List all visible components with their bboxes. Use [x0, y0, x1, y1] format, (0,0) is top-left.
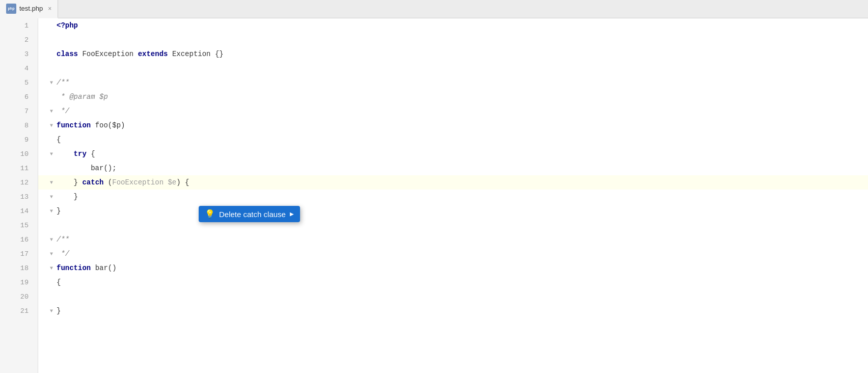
code-line: ▼ try {: [46, 147, 868, 161]
code-content: * @param $p: [57, 93, 108, 101]
line-number: 19: [0, 275, 33, 289]
code-line: ▼ */: [46, 104, 868, 118]
fold-indicator[interactable]: ▼: [46, 123, 57, 128]
fold-indicator[interactable]: ▼: [46, 109, 57, 114]
code-line: ▼/**: [46, 75, 868, 90]
fold-indicator[interactable]: ▼: [46, 180, 57, 185]
code-content: {: [57, 136, 61, 144]
code-content: function bar(): [57, 264, 117, 272]
code-line: ▼function foo($p): [46, 118, 868, 132]
line-number: 1: [0, 18, 33, 33]
code-line: ▼ */: [46, 247, 868, 261]
code-line: {: [46, 275, 868, 289]
code-line: [46, 289, 868, 304]
php-file-icon: php: [6, 4, 16, 14]
tab-bar: php test.php ×: [0, 0, 868, 18]
line-number: 5: [0, 75, 33, 90]
code-line: [46, 61, 868, 75]
line-number: 11: [0, 161, 33, 175]
line-number: 3: [0, 47, 33, 61]
line-number: 20: [0, 289, 33, 304]
context-menu-label: Delete catch clause: [219, 210, 286, 219]
code-content: {: [57, 278, 61, 286]
fold-indicator[interactable]: ▼: [46, 265, 57, 271]
fold-indicator[interactable]: ▼: [46, 208, 57, 214]
code-content: /**: [57, 78, 69, 87]
code-line: ▼function bar(): [46, 261, 868, 275]
code-line: ▼/**: [46, 232, 868, 247]
code-line: ▼}: [46, 204, 868, 218]
tab-filename: test.php: [19, 5, 43, 12]
line-number: 15: [0, 218, 33, 232]
code-content: }: [57, 193, 78, 201]
fold-indicator[interactable]: ▼: [46, 80, 57, 86]
line-number: 12: [0, 175, 33, 190]
code-content: bar();: [57, 164, 117, 172]
code-content: */: [57, 250, 69, 258]
fold-indicator[interactable]: ▼: [46, 194, 57, 200]
fold-indicator[interactable]: ▼: [46, 251, 57, 257]
fold-indicator[interactable]: ▼: [46, 308, 57, 314]
line-number: 4: [0, 61, 33, 75]
code-content: try {: [57, 150, 95, 158]
editor-body: 123456789101112131415161718192021 <?phpc…: [0, 18, 868, 373]
code-line: {: [46, 132, 868, 147]
bulb-icon: 💡: [205, 209, 215, 219]
line-numbers: 123456789101112131415161718192021: [0, 18, 38, 373]
line-number: 10: [0, 147, 33, 161]
code-content: }: [57, 307, 61, 315]
line-number: 6: [0, 90, 33, 104]
code-line: [46, 33, 868, 47]
code-line: [46, 218, 868, 232]
fold-indicator[interactable]: ▼: [46, 237, 57, 243]
line-number: 14: [0, 204, 33, 218]
delete-catch-clause-menu[interactable]: 💡 Delete catch clause ▶: [199, 206, 300, 222]
code-content: }: [57, 207, 61, 215]
code-line: ▼ } catch (FooException $e) {: [38, 175, 868, 190]
code-content: class FooException extends Exception {}: [57, 50, 224, 58]
code-content: } catch (FooException $e) {: [57, 178, 189, 186]
line-number: 18: [0, 261, 33, 275]
line-number: 8: [0, 118, 33, 132]
editor-window: php test.php × 1234567891011121314151617…: [0, 0, 868, 373]
line-number: 7: [0, 104, 33, 118]
fold-indicator[interactable]: ▼: [46, 151, 57, 157]
tab-close-button[interactable]: ×: [48, 5, 51, 12]
code-content: */: [57, 107, 69, 115]
code-content: <?php: [57, 21, 78, 30]
line-number: 16: [0, 232, 33, 247]
code-area: <?phpclass FooException extends Exceptio…: [38, 18, 868, 373]
code-line: ▼ }: [46, 190, 868, 204]
code-line: ▼}: [46, 304, 868, 318]
code-line: bar();: [46, 161, 868, 175]
line-number: 13: [0, 190, 33, 204]
submenu-arrow-icon: ▶: [290, 210, 294, 218]
line-number: 2: [0, 33, 33, 47]
line-number: 21: [0, 304, 33, 318]
file-tab[interactable]: php test.php ×: [0, 0, 58, 18]
code-content: /**: [57, 235, 69, 244]
code-line: <?php: [46, 18, 868, 33]
line-number: 9: [0, 132, 33, 147]
code-content: function foo($p): [57, 121, 125, 129]
line-number: 17: [0, 247, 33, 261]
code-line: class FooException extends Exception {}: [46, 47, 868, 61]
code-line: * @param $p: [46, 90, 868, 104]
